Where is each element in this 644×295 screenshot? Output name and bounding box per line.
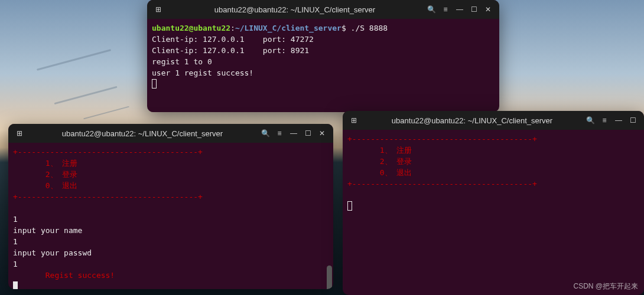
close-button[interactable]: ✕ [316,127,328,140]
titlebar: ⊞ ubantu22@ubantu22: ~/LINUX_C/client_se… [8,124,333,143]
output-line: Client-ip: 127.0.0.1 port: 47272 [152,35,314,44]
terminal-output[interactable]: +---------------------------------------… [8,143,333,289]
output-line: Client-ip: 127.0.0.1 port: 8921 [152,46,309,55]
prompt-path: ~/LINUX_C/client_server [235,24,341,32]
menu-icon[interactable]: ≡ [598,114,611,127]
io-line: 1 [13,215,18,224]
terminal-server: ⊞ ubantu22@ubantu22: ~/LINUX_C/client_se… [147,0,499,112]
terminal-client-1: ⊞ ubantu22@ubantu22: ~/LINUX_C/client_se… [8,124,333,289]
watermark: CSDN @把车开起来 [573,281,638,291]
menu-border: +---------------------------------------… [347,179,537,188]
scrollbar-thumb[interactable] [327,266,332,289]
io-line: input your passwd [13,248,92,257]
menu-item-login: 2、 登录 [13,170,77,179]
output-line: user 1 regist success! [152,68,253,77]
cursor [347,201,352,211]
menu-icon[interactable]: ≡ [439,3,452,16]
minimize-button[interactable]: — [287,127,300,140]
search-icon[interactable]: 🔍 [425,3,438,16]
titlebar: ⊞ ubantu22@ubantu22: ~/LINUX_C/client_se… [343,111,644,130]
search-icon[interactable]: 🔍 [259,127,272,140]
maximize-button[interactable]: ☐ [467,3,480,16]
window-title: ubantu22@ubantu22: ~/LINUX_C/client_serv… [360,116,584,125]
menu-item-register: 1、 注册 [13,159,77,168]
prompt-user: ubantu22@ubantu22 [152,24,230,32]
new-tab-icon[interactable]: ⊞ [13,127,26,140]
menu-item-exit: 0、 退出 [13,181,77,190]
menu-border: +---------------------------------------… [13,192,203,201]
minimize-button[interactable]: — [612,114,625,127]
cursor [152,79,157,88]
menu-item-register: 1、 注册 [347,146,412,155]
window-title: ubantu22@ubantu22: ~/LINUX_C/client_serv… [165,5,425,14]
cursor [13,281,18,289]
search-icon[interactable]: 🔍 [584,114,597,127]
io-line: 1 [13,260,18,268]
maximize-button[interactable]: ☐ [626,114,639,127]
prompt-sep: : [230,24,235,32]
new-tab-icon[interactable]: ⊞ [347,114,360,127]
menu-border: +---------------------------------------… [347,135,537,143]
menu-border: +---------------------------------------… [13,148,203,156]
maximize-button[interactable]: ☐ [301,127,314,140]
command-text: ./S 8888 [351,24,388,32]
io-line: input your name [13,226,82,235]
io-line: 1 [13,237,18,246]
menu-item-exit: 0、 退出 [347,168,412,177]
prompt-end: $ [341,24,351,32]
menu-icon[interactable]: ≡ [273,127,286,140]
terminal-client-2: ⊞ ubantu22@ubantu22: ~/LINUX_C/client_se… [343,111,644,295]
titlebar: ⊞ ubantu22@ubantu22: ~/LINUX_C/client_se… [147,0,499,19]
terminal-output[interactable]: ubantu22@ubantu22:~/LINUX_C/client_serve… [147,19,499,112]
window-title: ubantu22@ubantu22: ~/LINUX_C/client_serv… [26,129,259,138]
close-button[interactable]: ✕ [482,3,495,16]
output-line: regist 1 to 0 [152,57,212,66]
menu-item-login: 2、 登录 [347,157,412,166]
minimize-button[interactable]: — [453,3,466,16]
success-message: Regist success! [13,271,115,280]
terminal-output[interactable]: +---------------------------------------… [343,130,644,295]
new-tab-icon[interactable]: ⊞ [152,3,165,16]
